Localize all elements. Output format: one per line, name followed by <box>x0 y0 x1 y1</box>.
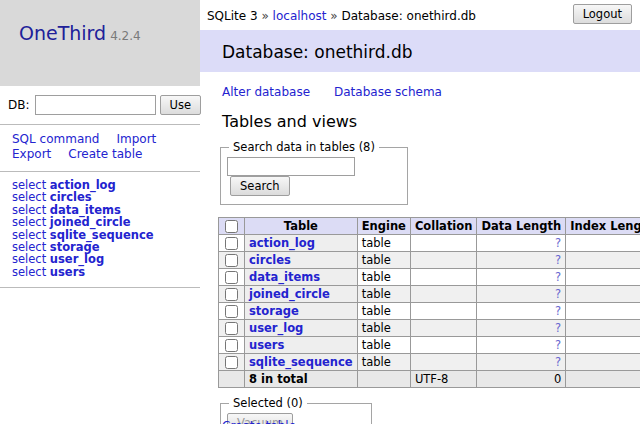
cell-collation <box>410 303 477 320</box>
row-checkbox-cell <box>219 303 245 320</box>
table-link-users[interactable]: users <box>50 265 85 279</box>
table-row: data_itemstable???11512 <box>219 269 640 286</box>
cell-data-length: ? <box>477 286 566 303</box>
row-checkbox-cell <box>219 354 245 371</box>
data-length-link[interactable]: ? <box>555 253 561 267</box>
table-name-link[interactable]: users <box>249 338 284 352</box>
cell-table-name: joined_circle <box>245 286 358 303</box>
table-row: circlestable???11 <box>219 252 640 269</box>
app-logo: OneThird4.2.4 <box>0 0 200 86</box>
db-selector-row: DB: Use <box>0 86 200 124</box>
table-row: storagetable???22 <box>219 303 640 320</box>
selected-legend: Selected (0) <box>229 396 307 410</box>
row-checkbox[interactable] <box>225 288 238 301</box>
data-length-link[interactable]: ? <box>555 287 561 301</box>
cell-data-length: ? <box>477 303 566 320</box>
cell-data-length: ? <box>477 252 566 269</box>
app-title[interactable]: OneThird <box>19 22 106 44</box>
table-row: sqlite_sequencetable???7 <box>219 354 640 371</box>
row-checkbox-cell <box>219 286 245 303</box>
select-list-item: select users <box>12 266 200 278</box>
cell-index-length: ? <box>566 235 640 252</box>
cell-table-name: sqlite_sequence <box>245 354 358 371</box>
search-button[interactable]: Search <box>230 176 290 196</box>
db-label: DB: <box>8 98 30 112</box>
cell-table-name: data_items <box>245 269 358 286</box>
footer-data-length: 0 <box>477 371 566 388</box>
cell-data-length: ? <box>477 235 566 252</box>
cell-collation <box>410 235 477 252</box>
sidebar-link-create-table[interactable]: Create table <box>68 147 142 161</box>
db-input[interactable] <box>35 95 156 115</box>
breadcrumb-item[interactable]: localhost <box>273 9 327 23</box>
footer-total: 8 in total <box>245 371 358 388</box>
data-length-link[interactable]: ? <box>555 270 561 284</box>
row-checkbox[interactable] <box>225 237 238 250</box>
cell-table-name: users <box>245 337 358 354</box>
sidebar-link-row: SQL commandImport <box>12 132 200 147</box>
topbar: SQLite 3 » localhost » Database: onethir… <box>200 0 640 30</box>
row-checkbox[interactable] <box>225 254 238 267</box>
row-checkbox[interactable] <box>225 339 238 352</box>
row-checkbox[interactable] <box>225 305 238 318</box>
action-link-alter-database[interactable]: Alter database <box>222 85 310 99</box>
table-name-link[interactable]: joined_circle <box>249 287 330 301</box>
bottom-link-row: Create table <box>222 419 296 424</box>
table-name-link[interactable]: action_log <box>249 236 315 250</box>
cell-data-length: ? <box>477 337 566 354</box>
table-name-link[interactable]: user_log <box>249 321 303 335</box>
cell-engine: table <box>357 320 410 337</box>
breadcrumb-item: SQLite 3 <box>207 9 258 23</box>
db-actions: Alter databaseDatabase schema <box>200 72 640 99</box>
column-header-index-length: Index Length <box>566 218 640 235</box>
cell-index-length: ? <box>566 354 640 371</box>
cell-index-length: ? <box>566 337 640 354</box>
column-header-collation: Collation <box>410 218 477 235</box>
cell-engine: table <box>357 252 410 269</box>
table-name-link[interactable]: sqlite_sequence <box>249 355 353 369</box>
sidebar-link-export[interactable]: Export <box>12 147 51 161</box>
section-title: Tables and views <box>200 112 640 131</box>
row-checkbox[interactable] <box>225 322 238 335</box>
table-name-link[interactable]: circles <box>249 253 291 267</box>
select-link[interactable]: select <box>12 265 46 279</box>
cell-index-length: ? <box>566 286 640 303</box>
search-legend: Search data in tables (8) <box>229 140 379 154</box>
breadcrumb-separator: » <box>258 9 273 23</box>
table-row: userstable???66 <box>219 337 640 354</box>
cell-engine: table <box>357 269 410 286</box>
table-name-link[interactable]: data_items <box>249 270 320 284</box>
sidebar-divider-3 <box>0 287 200 288</box>
action-link-database-schema[interactable]: Database schema <box>334 85 442 99</box>
row-checkbox[interactable] <box>225 271 238 284</box>
data-length-link[interactable]: ? <box>555 236 561 250</box>
cell-index-length: ? <box>566 303 640 320</box>
row-checkbox[interactable] <box>225 356 238 369</box>
cell-engine: table <box>357 337 410 354</box>
sidebar-link-row: ExportCreate table <box>12 147 200 162</box>
data-length-link[interactable]: ? <box>555 304 561 318</box>
sidebar-link-sql-command[interactable]: SQL command <box>12 132 99 146</box>
sidebar-link-import[interactable]: Import <box>116 132 156 146</box>
table-head: TableEngineCollationData LengthIndex Len… <box>219 218 640 235</box>
header-row: TableEngineCollationData LengthIndex Len… <box>219 218 640 235</box>
data-length-link[interactable]: ? <box>555 338 561 352</box>
cell-table-name: user_log <box>245 320 358 337</box>
table-name-link[interactable]: storage <box>249 304 299 318</box>
data-length-link[interactable]: ? <box>555 321 561 335</box>
sidebar-divider-2 <box>0 171 200 172</box>
create-table-bottom-link[interactable]: Create table <box>222 419 296 424</box>
row-checkbox-cell <box>219 269 245 286</box>
select-all-checkbox[interactable] <box>225 220 238 233</box>
cell-data-length: ? <box>477 354 566 371</box>
logout-button[interactable]: Logout <box>573 4 632 24</box>
breadcrumb: SQLite 3 » localhost » Database: onethir… <box>207 9 476 23</box>
use-button[interactable]: Use <box>160 95 201 115</box>
header-checkbox-cell <box>219 218 245 235</box>
data-length-link[interactable]: ? <box>555 355 561 369</box>
cell-engine: table <box>357 286 410 303</box>
row-checkbox-cell <box>219 252 245 269</box>
sidebar-actions: SQL commandImportExportCreate table <box>0 125 200 171</box>
search-input[interactable] <box>227 157 355 176</box>
cell-data-length: ? <box>477 269 566 286</box>
